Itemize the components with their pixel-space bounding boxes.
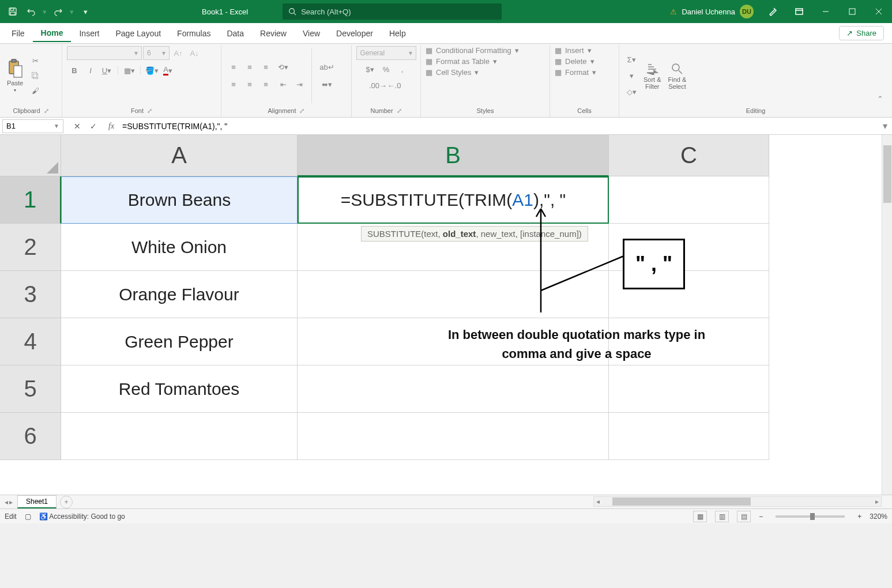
macro-record-icon[interactable]: ▢ [25,512,31,521]
zoom-in-button[interactable]: + [857,512,861,521]
cell-A6[interactable] [61,413,298,460]
italic-button[interactable]: I [83,63,98,77]
increase-indent-button[interactable]: ⇥ [292,78,307,92]
wrap-text-button[interactable]: ab↵ [317,61,337,74]
cell-C5[interactable] [609,365,769,413]
sort-filter-button[interactable]: Sort & Filter [641,61,664,91]
alignment-launcher[interactable]: ⤢ [299,107,304,115]
tab-page-layout[interactable]: Page Layout [107,25,169,42]
zoom-slider[interactable] [776,515,845,518]
bold-button[interactable]: B [67,63,82,77]
maximize-button[interactable] [839,0,865,23]
paste-button[interactable]: Paste ▾ [5,58,25,94]
decrease-indent-button[interactable]: ⇤ [276,78,291,92]
cell-A2[interactable]: White Onion [61,224,298,271]
merge-button[interactable]: ⬌▾ [317,78,337,92]
cell-B6[interactable] [298,413,609,460]
conditional-formatting-button[interactable]: ▦Conditional Formatting ▾ [426,46,519,55]
normal-view-button[interactable]: ▦ [693,511,707,522]
increase-decimal-button[interactable]: .00→ [371,78,386,92]
fx-icon[interactable]: fx [105,122,118,131]
ribbon-mode-button[interactable] [786,0,812,23]
user-account[interactable]: ⚠ Daniel Uchenna DU [664,5,759,18]
share-button[interactable]: ↗ Share [839,26,884,40]
align-left-button[interactable]: ≡ [226,78,241,92]
col-header-B[interactable]: B [298,135,609,176]
copy-button[interactable]: ⿻ [28,69,43,83]
minimize-button[interactable] [812,0,839,23]
page-break-view-button[interactable]: ▤ [737,511,751,522]
align-right-button[interactable]: ≡ [258,78,273,92]
cell-A4[interactable]: Green Pepper [61,318,298,365]
decrease-decimal-button[interactable]: ←.0 [387,78,402,92]
close-button[interactable] [865,0,892,23]
font-size-select[interactable]: 6▾ [143,46,170,60]
col-header-A[interactable]: A [61,135,298,176]
col-header-C[interactable]: C [609,135,769,176]
row-header-2[interactable]: 2 [0,224,61,271]
cell-B5[interactable] [298,365,609,413]
undo-button[interactable] [23,3,39,20]
page-layout-view-button[interactable]: ▥ [715,511,729,522]
save-button[interactable] [5,3,21,20]
row-header-3[interactable]: 3 [0,271,61,318]
sheet-nav-prev[interactable]: ◂ [5,498,8,506]
enter-formula-button[interactable]: ✓ [86,119,100,133]
expand-formula-bar[interactable]: ▾ [878,120,892,131]
insert-cells-button[interactable]: ▦Insert ▾ [555,46,592,55]
tab-view[interactable]: View [295,25,328,42]
autosum-button[interactable]: Σ▾ [624,53,639,67]
cut-button[interactable]: ✂ [28,54,43,68]
search-box[interactable]: Search (Alt+Q) [283,3,502,20]
fill-button[interactable]: ▾ [624,69,639,83]
orientation-button[interactable]: ⟲▾ [276,61,291,74]
redo-button[interactable] [50,3,66,20]
cell-A1[interactable]: Brown Beans [61,176,298,224]
tab-home[interactable]: Home [33,25,71,42]
zoom-out-button[interactable]: − [759,512,763,521]
format-cells-button[interactable]: ▦Format ▾ [555,68,596,77]
cell-C6[interactable] [609,413,769,460]
tab-developer[interactable]: Developer [328,25,381,42]
delete-cells-button[interactable]: ▦Delete ▾ [555,57,594,66]
tab-data[interactable]: Data [219,25,252,42]
format-as-table-button[interactable]: ▦Format as Table ▾ [426,57,497,66]
zoom-level[interactable]: 320% [870,512,887,521]
sheet-nav-next[interactable]: ▸ [9,498,13,506]
collapse-ribbon-button[interactable]: ⌃ [872,92,887,105]
name-box[interactable]: B1 ▼ [2,119,63,133]
sheet-tab[interactable]: Sheet1 [17,495,57,508]
vertical-scrollbar[interactable] [882,135,892,495]
underline-button[interactable]: U▾ [99,63,114,77]
qat-customize[interactable]: ▾ [77,3,93,20]
number-launcher[interactable]: ⤢ [397,107,402,115]
number-format-select[interactable]: General▾ [356,46,416,60]
tab-help[interactable]: Help [381,25,414,42]
font-color-button[interactable]: A▾ [160,63,175,77]
font-name-select[interactable]: ▾ [67,46,142,60]
clear-button[interactable]: ◇▾ [624,85,639,99]
find-select-button[interactable]: Find & Select [666,61,689,91]
tab-file[interactable]: File [3,25,33,42]
horizontal-scrollbar[interactable]: ◂▸ [593,496,882,507]
tab-review[interactable]: Review [252,25,295,42]
row-header-5[interactable]: 5 [0,365,61,413]
tab-insert[interactable]: Insert [71,25,107,42]
increase-font-button[interactable]: A↑ [171,46,186,60]
tab-formulas[interactable]: Formulas [169,25,219,42]
row-header-1[interactable]: 1 [0,176,61,224]
new-sheet-button[interactable]: + [60,496,73,508]
select-all-button[interactable] [0,135,61,176]
align-center-button[interactable]: ≡ [242,78,257,92]
align-top-button[interactable]: ≡ [226,61,241,74]
borders-button[interactable]: ▦▾ [122,63,137,77]
align-bottom-button[interactable]: ≡ [258,61,273,74]
format-painter-button[interactable]: 🖌 [28,84,43,98]
row-header-4[interactable]: 4 [0,318,61,365]
cell-A5[interactable]: Red Tomantoes [61,365,298,413]
row-header-6[interactable]: 6 [0,413,61,460]
accessibility-status[interactable]: ♿ Accessibility: Good to go [39,512,125,521]
fill-color-button[interactable]: 🪣▾ [144,63,159,77]
currency-button[interactable]: $▾ [363,62,378,76]
align-middle-button[interactable]: ≡ [242,61,257,74]
